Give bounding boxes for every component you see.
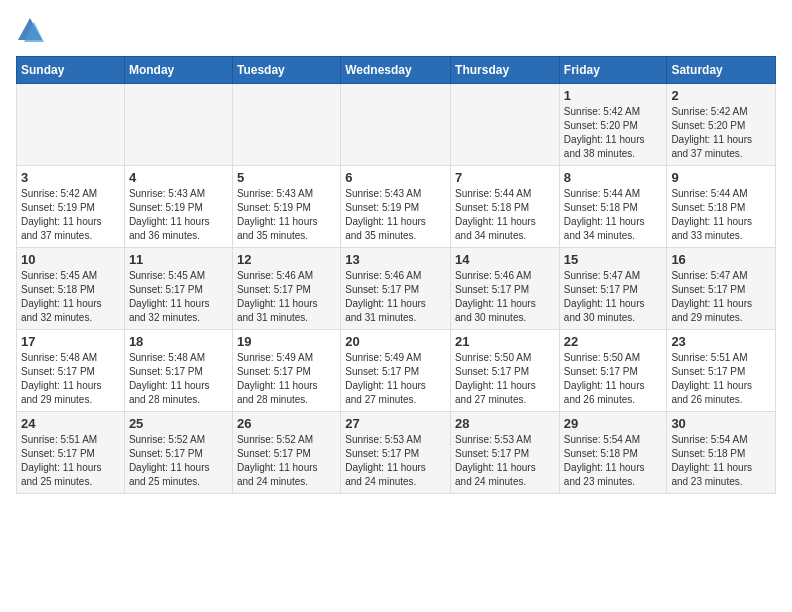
day-info: Sunrise: 5:43 AMSunset: 5:19 PMDaylight:… [129,187,228,243]
day-number: 25 [129,416,228,431]
calendar-cell: 11Sunrise: 5:45 AMSunset: 5:17 PMDayligh… [124,248,232,330]
day-number: 24 [21,416,120,431]
calendar-cell: 20Sunrise: 5:49 AMSunset: 5:17 PMDayligh… [341,330,451,412]
calendar-cell: 10Sunrise: 5:45 AMSunset: 5:18 PMDayligh… [17,248,125,330]
calendar-cell [341,84,451,166]
calendar-cell: 22Sunrise: 5:50 AMSunset: 5:17 PMDayligh… [559,330,667,412]
weekday-header-friday: Friday [559,57,667,84]
calendar-cell: 12Sunrise: 5:46 AMSunset: 5:17 PMDayligh… [232,248,340,330]
page-header [16,16,776,44]
day-info: Sunrise: 5:42 AMSunset: 5:20 PMDaylight:… [564,105,663,161]
calendar-cell: 2Sunrise: 5:42 AMSunset: 5:20 PMDaylight… [667,84,776,166]
day-info: Sunrise: 5:44 AMSunset: 5:18 PMDaylight:… [455,187,555,243]
day-info: Sunrise: 5:44 AMSunset: 5:18 PMDaylight:… [564,187,663,243]
day-number: 1 [564,88,663,103]
day-number: 8 [564,170,663,185]
day-info: Sunrise: 5:43 AMSunset: 5:19 PMDaylight:… [345,187,446,243]
day-number: 16 [671,252,771,267]
day-info: Sunrise: 5:49 AMSunset: 5:17 PMDaylight:… [237,351,336,407]
day-number: 30 [671,416,771,431]
weekday-header-saturday: Saturday [667,57,776,84]
day-number: 6 [345,170,446,185]
day-info: Sunrise: 5:54 AMSunset: 5:18 PMDaylight:… [671,433,771,489]
calendar-week-2: 3Sunrise: 5:42 AMSunset: 5:19 PMDaylight… [17,166,776,248]
day-number: 17 [21,334,120,349]
calendar-cell: 30Sunrise: 5:54 AMSunset: 5:18 PMDayligh… [667,412,776,494]
calendar-cell: 3Sunrise: 5:42 AMSunset: 5:19 PMDaylight… [17,166,125,248]
calendar-cell: 18Sunrise: 5:48 AMSunset: 5:17 PMDayligh… [124,330,232,412]
day-number: 2 [671,88,771,103]
calendar-cell: 27Sunrise: 5:53 AMSunset: 5:17 PMDayligh… [341,412,451,494]
weekday-header-wednesday: Wednesday [341,57,451,84]
calendar-cell: 7Sunrise: 5:44 AMSunset: 5:18 PMDaylight… [451,166,560,248]
day-number: 15 [564,252,663,267]
day-number: 13 [345,252,446,267]
day-info: Sunrise: 5:42 AMSunset: 5:20 PMDaylight:… [671,105,771,161]
calendar-cell: 25Sunrise: 5:52 AMSunset: 5:17 PMDayligh… [124,412,232,494]
day-number: 20 [345,334,446,349]
day-number: 3 [21,170,120,185]
day-number: 12 [237,252,336,267]
calendar-cell: 13Sunrise: 5:46 AMSunset: 5:17 PMDayligh… [341,248,451,330]
calendar-cell: 23Sunrise: 5:51 AMSunset: 5:17 PMDayligh… [667,330,776,412]
calendar-cell: 17Sunrise: 5:48 AMSunset: 5:17 PMDayligh… [17,330,125,412]
day-number: 21 [455,334,555,349]
calendar-cell: 19Sunrise: 5:49 AMSunset: 5:17 PMDayligh… [232,330,340,412]
day-info: Sunrise: 5:50 AMSunset: 5:17 PMDaylight:… [455,351,555,407]
day-info: Sunrise: 5:52 AMSunset: 5:17 PMDaylight:… [129,433,228,489]
day-number: 18 [129,334,228,349]
day-info: Sunrise: 5:46 AMSunset: 5:17 PMDaylight:… [237,269,336,325]
calendar-cell: 4Sunrise: 5:43 AMSunset: 5:19 PMDaylight… [124,166,232,248]
day-number: 27 [345,416,446,431]
calendar-cell: 14Sunrise: 5:46 AMSunset: 5:17 PMDayligh… [451,248,560,330]
calendar-cell: 8Sunrise: 5:44 AMSunset: 5:18 PMDaylight… [559,166,667,248]
calendar-cell: 21Sunrise: 5:50 AMSunset: 5:17 PMDayligh… [451,330,560,412]
calendar-cell: 26Sunrise: 5:52 AMSunset: 5:17 PMDayligh… [232,412,340,494]
calendar-cell: 9Sunrise: 5:44 AMSunset: 5:18 PMDaylight… [667,166,776,248]
day-number: 4 [129,170,228,185]
day-info: Sunrise: 5:48 AMSunset: 5:17 PMDaylight:… [129,351,228,407]
day-info: Sunrise: 5:53 AMSunset: 5:17 PMDaylight:… [345,433,446,489]
day-info: Sunrise: 5:43 AMSunset: 5:19 PMDaylight:… [237,187,336,243]
calendar-week-1: 1Sunrise: 5:42 AMSunset: 5:20 PMDaylight… [17,84,776,166]
day-number: 23 [671,334,771,349]
day-info: Sunrise: 5:51 AMSunset: 5:17 PMDaylight:… [671,351,771,407]
day-number: 19 [237,334,336,349]
day-number: 7 [455,170,555,185]
calendar-cell: 6Sunrise: 5:43 AMSunset: 5:19 PMDaylight… [341,166,451,248]
calendar-cell: 5Sunrise: 5:43 AMSunset: 5:19 PMDaylight… [232,166,340,248]
day-number: 14 [455,252,555,267]
day-info: Sunrise: 5:46 AMSunset: 5:17 PMDaylight:… [345,269,446,325]
calendar-cell [17,84,125,166]
day-info: Sunrise: 5:48 AMSunset: 5:17 PMDaylight:… [21,351,120,407]
day-info: Sunrise: 5:53 AMSunset: 5:17 PMDaylight:… [455,433,555,489]
calendar-week-4: 17Sunrise: 5:48 AMSunset: 5:17 PMDayligh… [17,330,776,412]
day-number: 26 [237,416,336,431]
calendar-cell [232,84,340,166]
calendar-header: SundayMondayTuesdayWednesdayThursdayFrid… [17,57,776,84]
day-info: Sunrise: 5:44 AMSunset: 5:18 PMDaylight:… [671,187,771,243]
day-number: 28 [455,416,555,431]
day-number: 9 [671,170,771,185]
day-number: 29 [564,416,663,431]
weekday-header-tuesday: Tuesday [232,57,340,84]
calendar-table: SundayMondayTuesdayWednesdayThursdayFrid… [16,56,776,494]
calendar-cell: 29Sunrise: 5:54 AMSunset: 5:18 PMDayligh… [559,412,667,494]
calendar-cell [124,84,232,166]
day-info: Sunrise: 5:45 AMSunset: 5:17 PMDaylight:… [129,269,228,325]
calendar-cell: 1Sunrise: 5:42 AMSunset: 5:20 PMDaylight… [559,84,667,166]
day-number: 11 [129,252,228,267]
calendar-week-3: 10Sunrise: 5:45 AMSunset: 5:18 PMDayligh… [17,248,776,330]
calendar-cell: 15Sunrise: 5:47 AMSunset: 5:17 PMDayligh… [559,248,667,330]
day-info: Sunrise: 5:49 AMSunset: 5:17 PMDaylight:… [345,351,446,407]
calendar-cell: 24Sunrise: 5:51 AMSunset: 5:17 PMDayligh… [17,412,125,494]
weekday-header-sunday: Sunday [17,57,125,84]
calendar-body: 1Sunrise: 5:42 AMSunset: 5:20 PMDaylight… [17,84,776,494]
calendar-week-5: 24Sunrise: 5:51 AMSunset: 5:17 PMDayligh… [17,412,776,494]
weekday-row: SundayMondayTuesdayWednesdayThursdayFrid… [17,57,776,84]
day-number: 22 [564,334,663,349]
weekday-header-monday: Monday [124,57,232,84]
calendar-cell: 16Sunrise: 5:47 AMSunset: 5:17 PMDayligh… [667,248,776,330]
day-info: Sunrise: 5:50 AMSunset: 5:17 PMDaylight:… [564,351,663,407]
day-info: Sunrise: 5:52 AMSunset: 5:17 PMDaylight:… [237,433,336,489]
